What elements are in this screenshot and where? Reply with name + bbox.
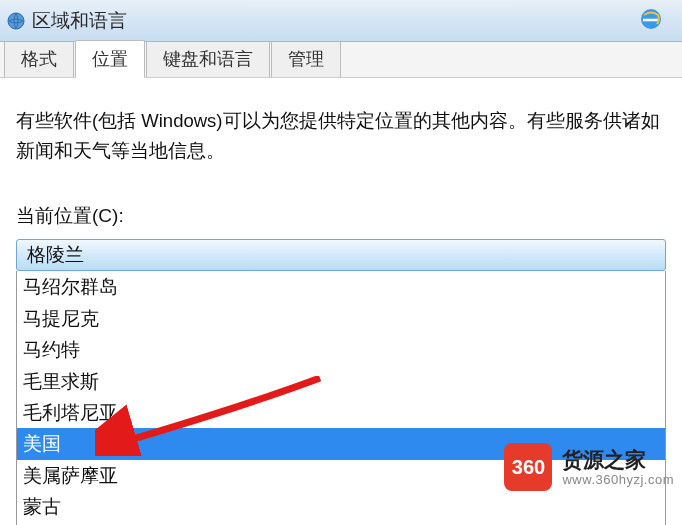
dropdown-selected-text: 格陵兰 [27, 242, 84, 268]
tab-admin[interactable]: 管理 [271, 40, 341, 77]
current-location-label: 当前位置(C): [16, 203, 666, 229]
window-title: 区域和语言 [32, 8, 127, 34]
watermark: 360 货源之家 www.360hyzj.com [496, 439, 682, 495]
watermark-badge: 360 [504, 443, 552, 491]
watermark-text: 货源之家 www.360hyzj.com [562, 447, 674, 488]
tab-format[interactable]: 格式 [4, 40, 74, 77]
tab-bar: 格式 位置 键盘和语言 管理 [0, 42, 682, 78]
dropdown-option[interactable]: 毛利塔尼亚 [17, 397, 665, 428]
window-titlebar: 区域和语言 [0, 0, 682, 42]
tab-keyboard-language[interactable]: 键盘和语言 [146, 40, 270, 77]
dropdown-option[interactable]: 马提尼克 [17, 303, 665, 334]
globe-icon [6, 11, 26, 31]
description-text: 有些软件(包括 Windows)可以为您提供特定位置的其他内容。有些服务供诸如新… [16, 106, 666, 165]
svg-point-0 [8, 13, 24, 29]
watermark-title: 货源之家 [562, 447, 674, 472]
tab-location[interactable]: 位置 [75, 40, 145, 78]
dropdown-option[interactable]: 蒙古 [17, 491, 665, 522]
watermark-url: www.360hyzj.com [562, 472, 674, 488]
dropdown-option[interactable]: 毛里求斯 [17, 366, 665, 397]
dropdown-option[interactable]: 马绍尔群岛 [17, 271, 665, 302]
ie-icon [638, 6, 664, 32]
dropdown-selected[interactable]: 格陵兰 [16, 239, 666, 271]
dropdown-option[interactable]: 马约特 [17, 334, 665, 365]
